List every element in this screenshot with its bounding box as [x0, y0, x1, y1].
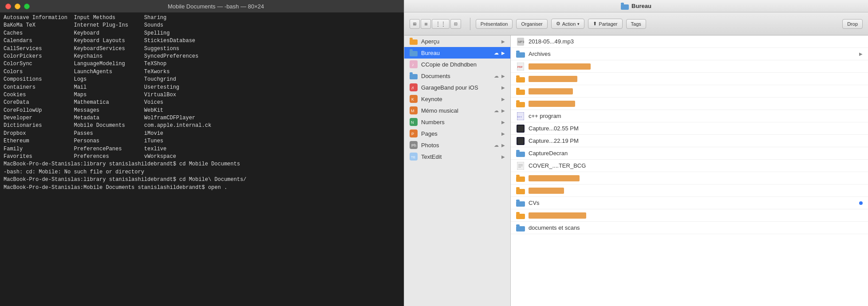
svg-rect-56 [516, 226, 525, 231]
audio-file-icon: MP3 [516, 37, 525, 46]
chevron-right-icon: ▶ [501, 120, 505, 125]
folder-icon [516, 50, 525, 59]
file-item-folder3[interactable] [511, 98, 868, 110]
sidebar-item-pages[interactable]: P Pages ▶ [404, 128, 510, 139]
svg-rect-50 [516, 189, 525, 194]
file-item-folder4[interactable] [511, 172, 868, 184]
sidebar-item-textedit[interactable]: TE TextEdit ▶ [404, 151, 510, 162]
svg-rect-52 [516, 201, 525, 207]
file-name: c++ program [529, 113, 863, 119]
file-item-docs-et-scans[interactable]: documents et scans [511, 222, 868, 234]
chevron-right-icon: ▶ [501, 143, 505, 148]
file-name: 2018-05...49.mp3 [529, 38, 863, 45]
svg-rect-39 [517, 126, 524, 132]
file-name [529, 63, 863, 70]
file-item-capture2[interactable]: Capture...22.19 PM [511, 135, 868, 147]
finder-titlebar: Bureau [404, 0, 868, 12]
view-gallery-button[interactable]: ⊡ [450, 19, 461, 29]
file-name: Capture...22.19 PM [529, 137, 863, 144]
tags-label: Tags [631, 21, 641, 27]
folder-icon [516, 87, 525, 96]
file-item-cpp[interactable]: c++ c++ program [511, 110, 868, 122]
presentation-button[interactable]: Présentation [476, 19, 513, 29]
action-label: Action [562, 21, 576, 27]
file-name: Archives [529, 51, 856, 57]
file-item-mp3[interactable]: MP3 2018-05...49.mp3 [511, 35, 868, 48]
organise-label: Organiser [521, 21, 542, 27]
folder-icon [516, 211, 525, 220]
share-button[interactable]: ⬆ Partager [588, 19, 622, 29]
svg-text:♬: ♬ [411, 85, 414, 90]
file-item-capture1[interactable]: Capture...02.55 PM [511, 122, 868, 135]
file-item-folder5[interactable] [511, 184, 868, 197]
app-icon: TE [410, 153, 418, 161]
folder-icon [516, 186, 525, 195]
file-name [529, 88, 863, 95]
file-item-folder6[interactable] [511, 209, 868, 222]
finder-main: MP3 2018-05...49.mp3 Archives ▶ PDF [511, 35, 868, 306]
redacted-text [529, 63, 591, 70]
maximize-button[interactable] [24, 4, 30, 9]
sidebar-item-label: TextEdit [421, 153, 497, 160]
file-name [529, 100, 863, 107]
toolbar-divider [470, 18, 470, 30]
file-item-capturedecran[interactable]: CaptureDecran [511, 147, 868, 160]
svg-rect-55 [516, 212, 520, 214]
file-item-pdf[interactable]: PDF [511, 60, 868, 73]
chevron-right-icon: ▶ [501, 154, 505, 159]
file-item-folder1[interactable] [511, 73, 868, 85]
svg-text:Ph: Ph [411, 143, 416, 148]
view-column-button[interactable]: ⋮⋮ [432, 19, 450, 29]
file-name: documents et scans [529, 224, 863, 231]
minimize-button[interactable] [15, 4, 20, 9]
redacted-text [529, 101, 575, 107]
folder-icon [516, 149, 525, 158]
app-icon: ♬ [410, 83, 418, 91]
image-file-icon [516, 137, 525, 145]
drop-button[interactable]: Drop [842, 19, 863, 29]
file-name [529, 175, 863, 182]
sidebar-item-numbers[interactable]: N Numbers ▶ [404, 116, 510, 128]
svg-rect-9 [410, 72, 413, 75]
sidebar-item-bureau[interactable]: Bureau ☁ ▶ [404, 47, 510, 59]
close-button[interactable] [5, 4, 11, 9]
view-grid-button[interactable]: ⊞ [410, 19, 420, 29]
file-item-cvs[interactable]: CVs [511, 197, 868, 209]
sidebar-item-garageband[interactable]: ♬ GarageBand pour iOS ▶ [404, 82, 510, 93]
file-name [529, 187, 863, 194]
sidebar-item-documents[interactable]: Documents ☁ ▶ [404, 70, 510, 82]
svg-text:♪: ♪ [412, 62, 414, 67]
gear-icon: ⚙ [556, 21, 560, 27]
folder-icon [410, 37, 418, 45]
sidebar-item-ccopie[interactable]: ♪ CCopie de Dhdhdben [404, 59, 510, 70]
tags-button[interactable]: Tags [626, 19, 646, 29]
terminal-title: Mobile Documents — -bash — 80×24 [33, 3, 398, 10]
view-buttons: ⊞ ≡ ⋮⋮ ⊡ [410, 19, 461, 29]
cloud-icon: ☁ [494, 142, 499, 148]
finder-content: Aperçu ▶ Bureau ☁ ▶ ♪ CCopie de [404, 35, 868, 306]
app-icon: M [410, 106, 418, 114]
svg-text:P: P [411, 132, 414, 136]
file-item-cover[interactable]: COVER_....TER_BCG [511, 160, 868, 172]
sidebar-item-memo[interactable]: M Mémo musical ☁ ▶ [404, 105, 510, 116]
app-icon: K [410, 95, 418, 103]
share-icon: ⬆ [593, 21, 597, 27]
terminal-panel[interactable]: Mobile Documents — -bash — 80×24 Autosav… [0, 0, 404, 306]
redacted-text [529, 175, 580, 181]
doc-file-icon [516, 161, 525, 170]
file-item-folder2[interactable] [511, 85, 868, 98]
organise-button[interactable]: Organiser [516, 19, 547, 29]
action-button[interactable]: ⚙ Action ▾ [551, 19, 585, 29]
file-name: Capture...02.55 PM [529, 125, 863, 132]
terminal-body[interactable]: Autosave Information Input Methods Shari… [0, 12, 404, 306]
folder-icon [516, 174, 525, 183]
view-list-button[interactable]: ≡ [421, 19, 431, 29]
sidebar-item-photos[interactable]: Ph Photos ☁ ▶ [404, 139, 510, 151]
file-item-archives[interactable]: Archives ▶ [511, 48, 868, 60]
cloud-icon: ☁ [494, 108, 499, 114]
terminal-content: Autosave Information Input Methods Shari… [4, 14, 400, 192]
sidebar-item-apercu[interactable]: Aperçu ▶ [404, 35, 510, 47]
sidebar-item-keynote[interactable]: K Keynote ▶ [404, 93, 510, 105]
svg-rect-1 [621, 3, 624, 5]
redacted-text [529, 212, 586, 219]
